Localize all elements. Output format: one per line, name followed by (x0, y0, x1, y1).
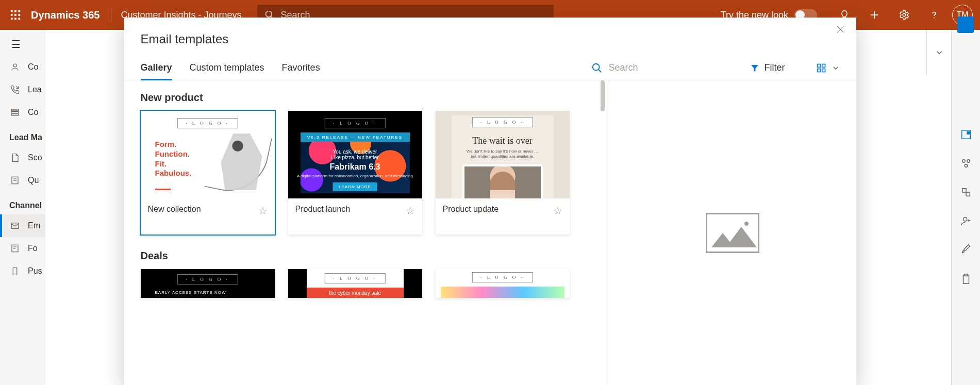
svg-rect-43 (822, 64, 825, 67)
svg-rect-17 (11, 112, 19, 113)
favorite-star-icon[interactable]: ☆ (406, 205, 415, 217)
close-icon[interactable] (836, 25, 845, 34)
nav-item-label: Sco (28, 153, 42, 162)
template-card[interactable]: · L O G O · EARLY ACCESS STARTS NOW (141, 269, 275, 298)
tab-favorites[interactable]: Favorites (282, 56, 320, 80)
modal-search[interactable] (591, 62, 712, 74)
template-name: Product launch (295, 205, 351, 214)
svg-rect-22 (11, 223, 19, 229)
hamburger-icon[interactable]: ☰ (0, 33, 45, 56)
nav-item-qualify[interactable]: Qu (0, 169, 45, 192)
svg-point-14 (934, 18, 935, 19)
filter-label: Filter (765, 62, 785, 73)
view-toggle[interactable] (816, 63, 840, 73)
template-name: Product update (443, 205, 499, 214)
svg-rect-5 (19, 14, 21, 16)
nav-item-label: Em (28, 221, 40, 230)
form-icon (9, 244, 21, 253)
chevron-down-icon (832, 64, 840, 72)
nav-section-lead-management: Lead Ma (0, 124, 45, 146)
nav-section-channels: Channel (0, 192, 45, 214)
template-thumbnail: · L O G O · EARLY ACCESS STARTS NOW (141, 269, 275, 298)
elements-icon[interactable] (960, 158, 972, 169)
section-title-new-product: New product (141, 92, 609, 104)
svg-rect-16 (11, 109, 19, 111)
nav-item-forms[interactable]: Fo (0, 237, 45, 260)
panel-chevron[interactable] (926, 30, 951, 75)
svg-rect-33 (962, 189, 966, 192)
template-card[interactable]: · L O G O · the cyber monday sale (288, 269, 422, 298)
person-add-icon[interactable] (960, 215, 972, 227)
svg-point-32 (965, 164, 968, 168)
template-thumbnail: · L O G O · V6.3 RELEASE — NEW FEATURES … (288, 111, 422, 198)
favorite-star-icon[interactable]: ☆ (258, 205, 268, 217)
list-icon (9, 108, 21, 117)
nav-item-collections[interactable]: Co (0, 101, 45, 124)
primary-action-indicator (957, 16, 974, 33)
help-icon[interactable] (919, 9, 949, 21)
thumb-heading: Fabrikam 6.3 (288, 162, 422, 172)
svg-rect-3 (11, 14, 13, 16)
grid-icon (816, 63, 826, 73)
svg-point-40 (592, 63, 599, 70)
layout-icon[interactable] (960, 129, 972, 140)
tab-custom-templates[interactable]: Custom templates (190, 56, 264, 80)
svg-rect-0 (11, 10, 13, 12)
tab-gallery[interactable]: Gallery (141, 56, 172, 80)
right-rail (951, 30, 980, 385)
brush-icon[interactable] (960, 244, 972, 256)
nav-item-push[interactable]: Pus (0, 260, 45, 282)
image-placeholder-icon (706, 213, 759, 253)
filter-icon (750, 63, 759, 73)
svg-rect-1 (14, 10, 16, 12)
logo-placeholder: · L O G O · (324, 273, 385, 283)
left-nav: ☰ Co Lea Co Lead Ma Sco Qu Channel Em Fo… (0, 30, 45, 385)
shapes-icon[interactable] (960, 187, 972, 198)
svg-rect-44 (817, 69, 820, 72)
svg-point-30 (962, 160, 965, 163)
svg-rect-18 (11, 114, 19, 115)
template-card[interactable]: · L O G O · Form. Function. Fit. Fabulou… (141, 111, 275, 235)
gear-icon[interactable] (889, 9, 919, 21)
favorite-star-icon[interactable]: ☆ (553, 205, 562, 217)
logo-placeholder: · L O G O · (472, 272, 533, 282)
template-card[interactable]: · L O G O · V6.3 RELEASE — NEW FEATURES … (288, 111, 422, 235)
app-launcher-icon[interactable] (0, 9, 31, 21)
svg-rect-7 (14, 18, 16, 20)
person-graphic (462, 164, 543, 198)
thumb-heading: The wait is over (436, 136, 570, 146)
svg-rect-6 (11, 18, 13, 20)
phone-in-icon (9, 85, 21, 94)
template-name: New collection (148, 205, 201, 214)
scrollbar[interactable] (601, 80, 605, 111)
nav-item-label: Qu (28, 176, 39, 185)
modal-tabs: Gallery Custom templates Favorites Filte… (124, 56, 856, 80)
clipboard-icon[interactable] (960, 273, 972, 284)
nav-item-leads[interactable]: Lea (0, 78, 45, 101)
nav-item-emails[interactable]: Em (0, 214, 45, 237)
svg-point-15 (13, 64, 16, 67)
template-card[interactable]: · L O G O · The wait is over We don't li… (436, 111, 570, 235)
svg-point-35 (963, 217, 967, 221)
svg-rect-34 (966, 192, 970, 196)
template-card[interactable]: · L O G O · (436, 269, 570, 298)
nav-item-label: Lea (28, 85, 42, 94)
doc-icon (9, 153, 21, 162)
template-thumbnail: · L O G O · (436, 269, 570, 298)
nav-item-contacts[interactable]: Co (0, 56, 45, 78)
svg-rect-29 (967, 132, 969, 135)
modal-search-input[interactable] (609, 62, 712, 73)
nav-item-scoring[interactable]: Sco (0, 146, 45, 169)
modal-title: Email templates (124, 18, 856, 56)
svg-point-9 (265, 11, 272, 18)
filter-button[interactable]: Filter (750, 62, 785, 73)
note-icon (9, 176, 21, 185)
divider (111, 8, 111, 22)
plus-icon[interactable] (859, 9, 889, 21)
svg-rect-45 (822, 69, 825, 72)
person-icon (9, 62, 21, 72)
thumb-cta: LEARN MORE (333, 182, 377, 191)
brand-name[interactable]: Dynamics 365 (31, 9, 111, 21)
nav-item-label: Co (28, 108, 38, 117)
template-thumbnail: · L O G O · Form. Function. Fit. Fabulou… (141, 111, 275, 198)
